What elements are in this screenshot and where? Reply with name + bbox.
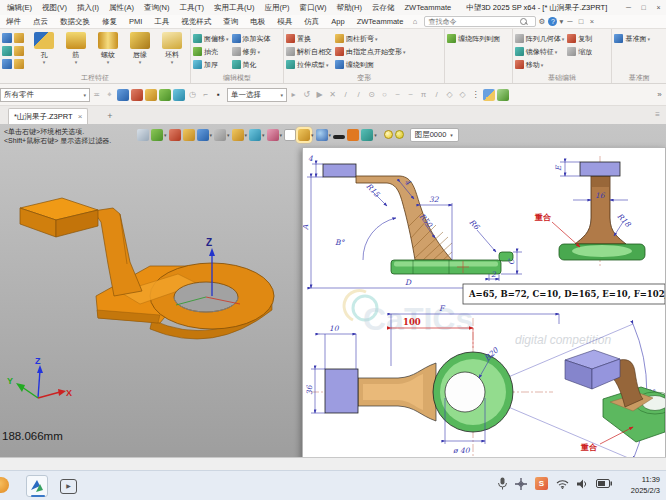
- button-thread[interactable]: 螺纹▾: [92, 30, 124, 64]
- menu-help[interactable]: 帮助(H): [332, 3, 367, 13]
- part-filter-combo[interactable]: 所有零件▾: [0, 88, 90, 102]
- diamond-icon[interactable]: [267, 129, 279, 141]
- button-deform-from-point[interactable]: 由指定点开始变形▾: [335, 45, 406, 58]
- feature-icon-stack[interactable]: [2, 33, 25, 71]
- sync-app-icon[interactable]: S: [535, 477, 548, 490]
- folder-green-icon[interactable]: [159, 89, 171, 101]
- menu-utilities[interactable]: 实用工具(U): [209, 3, 259, 13]
- layer-color-icon[interactable]: [395, 130, 404, 139]
- edge-icon[interactable]: /: [430, 90, 443, 99]
- play-icon[interactable]: ▶: [313, 90, 326, 99]
- document-tab[interactable]: *山涧果子.Z3PRT ×: [8, 108, 88, 124]
- exit-icon[interactable]: [137, 129, 149, 141]
- pin-icon[interactable]: ⌖: [103, 90, 116, 100]
- copy-view-icon[interactable]: [232, 129, 244, 141]
- package-icon[interactable]: [173, 89, 185, 101]
- active-style-icon[interactable]: [298, 129, 310, 141]
- command-search[interactable]: [424, 16, 536, 27]
- tree-icon[interactable]: [361, 129, 373, 141]
- line-icon[interactable]: /: [339, 90, 352, 99]
- button-wrap-pattern-to-face[interactable]: 缠绕阵列到面: [447, 32, 500, 45]
- list-icon[interactable]: ≖: [90, 90, 103, 99]
- bulb-icon[interactable]: [384, 130, 393, 139]
- tab-close-icon[interactable]: ×: [78, 112, 83, 121]
- face-icon[interactable]: π: [417, 90, 430, 99]
- button-lip[interactable]: 唇缘▾: [124, 30, 156, 64]
- circle-center-icon[interactable]: ⊙: [365, 90, 378, 99]
- minimize-icon[interactable]: ─: [621, 4, 636, 11]
- history-icon[interactable]: ◷: [186, 90, 199, 99]
- doc-minimize-icon[interactable]: ─: [564, 17, 575, 26]
- selection-mode-combo[interactable]: 单一选择▾: [227, 88, 287, 102]
- spline-icon[interactable]: ~: [404, 90, 417, 99]
- button-simplify[interactable]: 简化: [232, 58, 271, 71]
- volume-icon[interactable]: [577, 479, 588, 489]
- hand2-icon[interactable]: ◇: [456, 90, 469, 99]
- flag-blue-icon[interactable]: [117, 89, 129, 101]
- flag-red-icon[interactable]: [131, 89, 143, 101]
- frame-icon[interactable]: [284, 129, 296, 141]
- home-icon[interactable]: ⌂: [409, 17, 420, 26]
- sketch-pen-icon[interactable]: [169, 129, 181, 141]
- button-cylinder-bend[interactable]: 圆柱折弯▾: [335, 32, 406, 45]
- button-replace[interactable]: 置换: [286, 32, 332, 45]
- button-hole[interactable]: 孔▾: [28, 30, 60, 64]
- button-face-offset[interactable]: 面偏移▾: [193, 32, 229, 45]
- solid-cube-icon[interactable]: [483, 89, 495, 101]
- close-icon[interactable]: ×: [651, 4, 666, 11]
- new-tab-button[interactable]: +: [104, 110, 116, 122]
- cut-icon[interactable]: ✕: [326, 90, 339, 99]
- doc-restore-icon[interactable]: □: [575, 17, 586, 26]
- menu-zwteammate[interactable]: ZWTeammate: [400, 3, 457, 12]
- menu-attribute[interactable]: 属性(A): [104, 3, 139, 13]
- menu-view[interactable]: 视图(V): [37, 3, 72, 13]
- button-stretch-forming[interactable]: 拉伸成型▾: [286, 58, 332, 71]
- tab-pmi[interactable]: PMI: [123, 17, 148, 26]
- model-viewport[interactable]: <单击右键>环境相关选项. <Shift+鼠标右键> 显示选择过滤器. ▾ ▾ …: [0, 124, 666, 457]
- more-dots-icon[interactable]: ⋮: [469, 90, 482, 99]
- move-tool-icon[interactable]: [515, 478, 527, 490]
- drag-hand-icon[interactable]: [151, 129, 163, 141]
- tab-pointcloud[interactable]: 点云: [27, 17, 54, 27]
- menu-inquire[interactable]: 查询(N): [139, 3, 174, 13]
- button-trim[interactable]: 修剪▾: [232, 45, 271, 58]
- pick-arrow-icon[interactable]: ▸: [287, 90, 300, 99]
- globe-icon[interactable]: [316, 129, 328, 141]
- taskbar-widget-icon[interactable]: [0, 477, 9, 493]
- button-pattern-geometry[interactable]: 阵列几何体▾: [515, 32, 565, 45]
- model-3d-canvas[interactable]: Z Z X Y: [0, 154, 300, 454]
- redo-pick-icon[interactable]: ↺: [300, 90, 313, 99]
- doc-close-icon[interactable]: ×: [586, 17, 597, 26]
- face-color-icon[interactable]: [347, 129, 359, 141]
- button-add-solid[interactable]: 添加实体: [232, 32, 271, 45]
- tab-app[interactable]: App: [325, 17, 350, 26]
- menu-edit[interactable]: 编辑(E): [2, 3, 37, 13]
- wifi-icon[interactable]: [556, 479, 569, 489]
- restore-icon[interactable]: □: [636, 4, 651, 11]
- search-input[interactable]: [428, 18, 520, 25]
- surface-swoosh-icon[interactable]: [497, 89, 509, 101]
- taskbar-clock[interactable]: 11:39 2025/2/3: [631, 474, 660, 496]
- line-style-icon[interactable]: [333, 135, 345, 139]
- tab-repair[interactable]: 修复: [96, 17, 123, 27]
- button-move[interactable]: 移动▾: [515, 58, 565, 71]
- tab-inquire[interactable]: 查询: [217, 17, 244, 27]
- tab-zwteammate[interactable]: ZWTeammate: [351, 17, 410, 26]
- menu-cloud[interactable]: 云存储: [367, 3, 400, 13]
- overflow-icon[interactable]: »: [653, 90, 666, 99]
- button-datum-plane[interactable]: 基准面▾: [614, 32, 650, 45]
- help-icon[interactable]: ?: [548, 17, 557, 26]
- button-rib[interactable]: 筋▾: [60, 30, 92, 64]
- layer-combo[interactable]: 图层0000 ▾: [410, 128, 459, 142]
- folder-gold-icon[interactable]: [145, 89, 157, 101]
- taskbar-media-icon[interactable]: ▶: [60, 479, 77, 494]
- bracket-icon[interactable]: ⌐: [199, 90, 212, 99]
- line2-icon[interactable]: /: [352, 90, 365, 99]
- button-stock[interactable]: 坯料▾: [156, 30, 188, 64]
- button-resolve-selfintersection[interactable]: 解析自相交: [286, 45, 332, 58]
- hand-icon[interactable]: ◇: [443, 90, 456, 99]
- button-mirror-feature[interactable]: 镜像特征▾: [515, 45, 565, 58]
- tab-weldment[interactable]: 焊件: [0, 17, 27, 27]
- taskbar-zw3d-icon[interactable]: [26, 475, 48, 497]
- curve-icon[interactable]: ~: [391, 90, 404, 99]
